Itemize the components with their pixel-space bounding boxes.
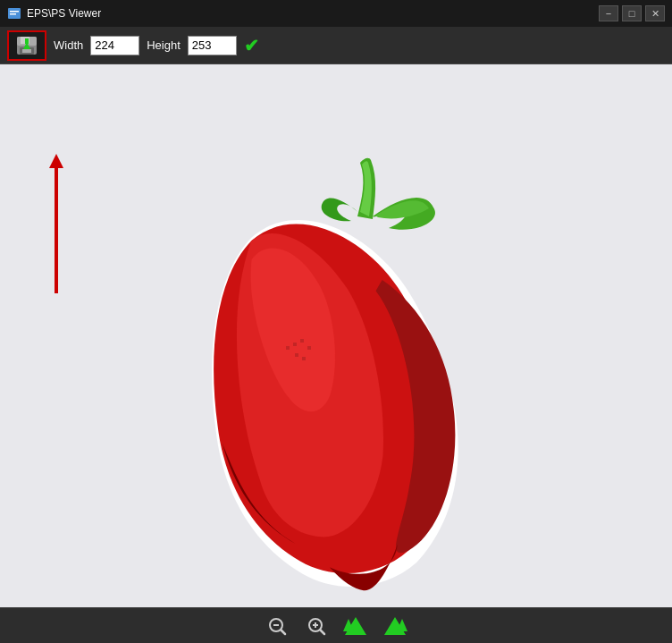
svg-rect-14: [307, 346, 311, 350]
nav-next-button[interactable]: [382, 613, 407, 639]
arrow-shaft: [55, 168, 58, 293]
svg-rect-1: [10, 11, 19, 13]
svg-rect-2: [10, 13, 16, 15]
svg-line-21: [321, 630, 325, 634]
confirm-checkmark[interactable]: ✔: [244, 35, 259, 56]
svg-rect-9: [25, 38, 29, 44]
nav-next-icon: [382, 615, 407, 637]
red-arrow: [49, 154, 63, 293]
svg-line-18: [281, 630, 286, 634]
close-button[interactable]: ✕: [645, 5, 665, 21]
nav-prev-button[interactable]: [343, 613, 368, 639]
toolbar: Width Height ✔: [0, 27, 672, 64]
chili-svg: [139, 149, 496, 596]
minimize-button[interactable]: −: [599, 5, 618, 21]
zoom-out-icon: [266, 615, 288, 637]
svg-rect-13: [300, 339, 304, 343]
svg-rect-7: [22, 49, 31, 53]
arrow-head: [49, 154, 63, 168]
save-button[interactable]: [7, 30, 46, 61]
status-bar: [0, 607, 672, 643]
chili-image: [116, 136, 518, 607]
svg-rect-16: [302, 357, 306, 360]
svg-rect-15: [295, 353, 298, 357]
height-input[interactable]: [188, 36, 237, 55]
canvas-area: [0, 64, 672, 607]
title-bar: EPS\PS Viewer − □ ✕: [0, 0, 672, 27]
width-label: Width: [54, 38, 83, 52]
zoom-in-icon: [306, 615, 327, 637]
zoom-in-button[interactable]: [304, 613, 329, 639]
save-icon: [14, 33, 39, 58]
nav-prev-icon: [343, 615, 368, 637]
svg-rect-12: [293, 343, 297, 346]
app-icon: [7, 6, 21, 21]
window-controls: − □ ✕: [599, 5, 665, 21]
maximize-button[interactable]: □: [622, 5, 642, 21]
zoom-out-button[interactable]: [265, 613, 290, 639]
height-label: Height: [147, 38, 181, 52]
window-title: EPS\PS Viewer: [27, 7, 101, 20]
svg-rect-11: [286, 346, 290, 350]
width-input[interactable]: [90, 36, 139, 55]
